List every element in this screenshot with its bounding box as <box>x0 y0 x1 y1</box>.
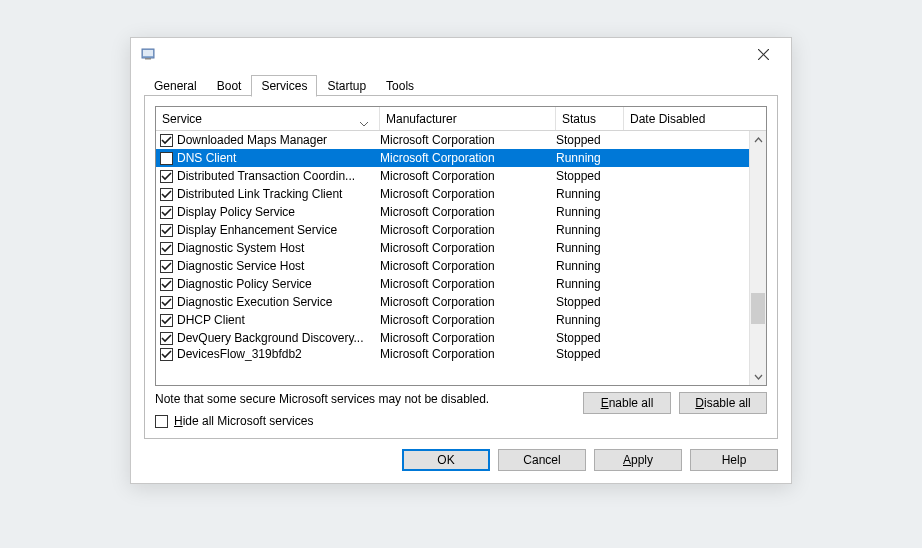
hide-ms-row: Hide all Microsoft services <box>155 414 573 428</box>
apply-button[interactable]: Apply <box>594 449 682 471</box>
service-manufacturer: Microsoft Corporation <box>380 151 556 165</box>
service-name: Display Policy Service <box>177 205 376 219</box>
close-button[interactable] <box>743 40 783 68</box>
service-manufacturer: Microsoft Corporation <box>380 223 556 237</box>
tab-tools[interactable]: Tools <box>376 75 424 96</box>
table-row[interactable]: Display Enhancement ServiceMicrosoft Cor… <box>156 221 749 239</box>
service-checkbox[interactable] <box>160 170 173 183</box>
table-row[interactable]: DNS ClientMicrosoft CorporationRunning <box>156 149 749 167</box>
service-status: Running <box>556 151 624 165</box>
column-label: Date Disabled <box>630 112 705 126</box>
rows-container: Downloaded Maps ManagerMicrosoft Corpora… <box>156 131 749 385</box>
help-button[interactable]: Help <box>690 449 778 471</box>
service-manufacturer: Microsoft Corporation <box>380 241 556 255</box>
service-name: Downloaded Maps Manager <box>177 133 376 147</box>
service-checkbox[interactable] <box>160 296 173 309</box>
list-body: Downloaded Maps ManagerMicrosoft Corpora… <box>156 131 766 385</box>
service-checkbox[interactable] <box>160 152 173 165</box>
svg-rect-2 <box>145 58 151 60</box>
service-name: Diagnostic System Host <box>177 241 376 255</box>
service-status: Stopped <box>556 347 624 361</box>
service-checkbox[interactable] <box>160 314 173 327</box>
service-checkbox[interactable] <box>160 278 173 291</box>
list-header: Service Manufacturer Status Date Disable… <box>156 107 766 131</box>
column-header-service[interactable]: Service <box>156 107 380 130</box>
column-label: Manufacturer <box>386 112 457 126</box>
column-header-date-disabled[interactable]: Date Disabled <box>624 107 766 130</box>
column-header-status[interactable]: Status <box>556 107 624 130</box>
service-manufacturer: Microsoft Corporation <box>380 331 556 345</box>
table-row[interactable]: Diagnostic Execution ServiceMicrosoft Co… <box>156 293 749 311</box>
tab-boot[interactable]: Boot <box>207 75 252 96</box>
service-checkbox[interactable] <box>160 332 173 345</box>
scroll-track[interactable] <box>750 148 766 368</box>
service-manufacturer: Microsoft Corporation <box>380 169 556 183</box>
tabstrip: General Boot Services Startup Tools <box>144 74 778 96</box>
service-name: Distributed Transaction Coordin... <box>177 169 376 183</box>
service-checkbox[interactable] <box>160 206 173 219</box>
service-manufacturer: Microsoft Corporation <box>380 277 556 291</box>
service-name: Diagnostic Service Host <box>177 259 376 273</box>
disable-all-button[interactable]: Disable all <box>679 392 767 414</box>
service-checkbox[interactable] <box>160 188 173 201</box>
service-manufacturer: Microsoft Corporation <box>380 259 556 273</box>
service-name: Distributed Link Tracking Client <box>177 187 376 201</box>
titlebar <box>131 38 791 70</box>
hide-ms-label: Hide all Microsoft services <box>174 414 313 428</box>
sort-indicator-icon <box>359 116 369 122</box>
enable-all-button[interactable]: Enable all <box>583 392 671 414</box>
service-name: DevQuery Background Discovery... <box>177 331 376 345</box>
scroll-down-button[interactable] <box>750 368 766 385</box>
service-name: DevicesFlow_319bfdb2 <box>177 347 376 361</box>
service-manufacturer: Microsoft Corporation <box>380 133 556 147</box>
table-row[interactable]: Diagnostic System HostMicrosoft Corporat… <box>156 239 749 257</box>
table-row[interactable]: Distributed Transaction Coordin...Micros… <box>156 167 749 185</box>
service-checkbox[interactable] <box>160 224 173 237</box>
service-status: Running <box>556 313 624 327</box>
disable-note: Note that some secure Microsoft services… <box>155 392 573 406</box>
msconfig-window: General Boot Services Startup Tools Serv… <box>130 37 792 484</box>
tab-startup[interactable]: Startup <box>317 75 376 96</box>
service-status: Running <box>556 241 624 255</box>
table-row[interactable]: Diagnostic Policy ServiceMicrosoft Corpo… <box>156 275 749 293</box>
tab-general[interactable]: General <box>144 75 207 96</box>
service-status: Running <box>556 223 624 237</box>
service-checkbox[interactable] <box>160 260 173 273</box>
vertical-scrollbar[interactable] <box>749 131 766 385</box>
under-list-area: Note that some secure Microsoft services… <box>155 392 767 428</box>
service-manufacturer: Microsoft Corporation <box>380 205 556 219</box>
service-status: Stopped <box>556 295 624 309</box>
service-status: Stopped <box>556 133 624 147</box>
column-label: Status <box>562 112 596 126</box>
client-area: General Boot Services Startup Tools Serv… <box>131 70 791 483</box>
service-checkbox[interactable] <box>160 134 173 147</box>
table-row[interactable]: Display Policy ServiceMicrosoft Corporat… <box>156 203 749 221</box>
table-row[interactable]: DHCP ClientMicrosoft CorporationRunning <box>156 311 749 329</box>
scroll-up-button[interactable] <box>750 131 766 148</box>
table-row[interactable]: Distributed Link Tracking ClientMicrosof… <box>156 185 749 203</box>
table-row[interactable]: Downloaded Maps ManagerMicrosoft Corpora… <box>156 131 749 149</box>
dialog-button-bar: OK Cancel Apply Help <box>144 439 778 471</box>
service-status: Running <box>556 277 624 291</box>
service-status: Stopped <box>556 331 624 345</box>
ok-button[interactable]: OK <box>402 449 490 471</box>
service-name: DHCP Client <box>177 313 376 327</box>
tab-services[interactable]: Services <box>251 75 317 97</box>
services-list: Service Manufacturer Status Date Disable… <box>155 106 767 386</box>
scroll-thumb[interactable] <box>751 293 765 324</box>
service-name: Diagnostic Execution Service <box>177 295 376 309</box>
service-status: Running <box>556 187 624 201</box>
service-status: Running <box>556 205 624 219</box>
table-row[interactable]: DevicesFlow_319bfdb2Microsoft Corporatio… <box>156 347 749 361</box>
service-name: DNS Client <box>177 151 376 165</box>
service-checkbox[interactable] <box>160 242 173 255</box>
table-row[interactable]: Diagnostic Service HostMicrosoft Corpora… <box>156 257 749 275</box>
svg-rect-1 <box>143 50 153 56</box>
service-checkbox[interactable] <box>160 348 173 361</box>
service-manufacturer: Microsoft Corporation <box>380 313 556 327</box>
hide-ms-checkbox[interactable] <box>155 415 168 428</box>
cancel-button[interactable]: Cancel <box>498 449 586 471</box>
column-header-manufacturer[interactable]: Manufacturer <box>380 107 556 130</box>
app-icon <box>141 46 157 62</box>
table-row[interactable]: DevQuery Background Discovery...Microsof… <box>156 329 749 347</box>
